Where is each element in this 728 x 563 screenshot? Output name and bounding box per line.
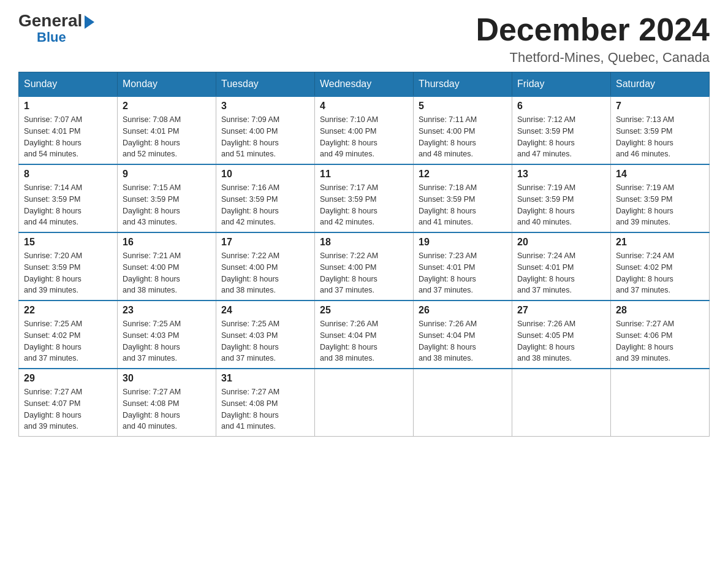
week-row-4: 22 Sunrise: 7:25 AM Sunset: 4:02 PM Dayl… [19, 301, 710, 369]
day-info: Sunrise: 7:13 AM Sunset: 3:59 PM Dayligh… [616, 114, 704, 160]
calendar-cell: 26 Sunrise: 7:26 AM Sunset: 4:04 PM Dayl… [414, 301, 512, 369]
page-header: General Blue December 2024 Thetford-Mine… [18, 12, 710, 66]
day-info: Sunrise: 7:22 AM Sunset: 4:00 PM Dayligh… [320, 250, 408, 296]
day-number: 26 [419, 305, 507, 316]
day-number: 28 [616, 305, 704, 316]
week-row-1: 1 Sunrise: 7:07 AM Sunset: 4:01 PM Dayli… [19, 96, 710, 164]
day-info: Sunrise: 7:22 AM Sunset: 4:00 PM Dayligh… [221, 250, 309, 296]
calendar-cell: 17 Sunrise: 7:22 AM Sunset: 4:00 PM Dayl… [216, 232, 315, 301]
day-number: 6 [517, 101, 605, 112]
day-info: Sunrise: 7:09 AM Sunset: 4:00 PM Dayligh… [221, 114, 309, 160]
title-section: December 2024 Thetford-Mines, Quebec, Ca… [476, 12, 710, 66]
calendar-cell [414, 369, 512, 437]
calendar-cell: 21 Sunrise: 7:24 AM Sunset: 4:02 PM Dayl… [611, 232, 710, 301]
day-info: Sunrise: 7:27 AM Sunset: 4:08 PM Dayligh… [221, 386, 309, 432]
calendar-cell [315, 369, 414, 437]
day-info: Sunrise: 7:26 AM Sunset: 4:04 PM Dayligh… [419, 318, 507, 364]
calendar-cell: 8 Sunrise: 7:14 AM Sunset: 3:59 PM Dayli… [19, 164, 118, 232]
calendar-cell: 19 Sunrise: 7:23 AM Sunset: 4:01 PM Dayl… [414, 232, 512, 301]
calendar-cell: 25 Sunrise: 7:26 AM Sunset: 4:04 PM Dayl… [315, 301, 414, 369]
day-info: Sunrise: 7:19 AM Sunset: 3:59 PM Dayligh… [616, 182, 704, 228]
day-info: Sunrise: 7:14 AM Sunset: 3:59 PM Dayligh… [24, 182, 112, 228]
day-number: 17 [221, 237, 309, 248]
day-number: 12 [419, 169, 507, 180]
day-number: 9 [123, 169, 211, 180]
calendar-cell [611, 369, 710, 437]
calendar-cell: 23 Sunrise: 7:25 AM Sunset: 4:03 PM Dayl… [118, 301, 216, 369]
column-header-tuesday: Tuesday [216, 72, 315, 97]
day-info: Sunrise: 7:23 AM Sunset: 4:01 PM Dayligh… [419, 250, 507, 296]
day-number: 8 [24, 169, 112, 180]
week-row-3: 15 Sunrise: 7:20 AM Sunset: 3:59 PM Dayl… [19, 232, 710, 301]
calendar-cell: 9 Sunrise: 7:15 AM Sunset: 3:59 PM Dayli… [118, 164, 216, 232]
column-header-sunday: Sunday [19, 72, 118, 97]
calendar-cell: 15 Sunrise: 7:20 AM Sunset: 3:59 PM Dayl… [19, 232, 118, 301]
day-number: 31 [221, 373, 309, 384]
calendar-cell: 7 Sunrise: 7:13 AM Sunset: 3:59 PM Dayli… [611, 96, 710, 164]
day-number: 16 [123, 237, 211, 248]
calendar-cell: 22 Sunrise: 7:25 AM Sunset: 4:02 PM Dayl… [19, 301, 118, 369]
day-info: Sunrise: 7:27 AM Sunset: 4:06 PM Dayligh… [616, 318, 704, 364]
day-info: Sunrise: 7:10 AM Sunset: 4:00 PM Dayligh… [320, 114, 408, 160]
day-number: 27 [517, 305, 605, 316]
calendar-cell: 30 Sunrise: 7:27 AM Sunset: 4:08 PM Dayl… [118, 369, 216, 437]
day-number: 20 [517, 237, 605, 248]
day-number: 18 [320, 237, 408, 248]
calendar-cell: 29 Sunrise: 7:27 AM Sunset: 4:07 PM Dayl… [19, 369, 118, 437]
week-row-5: 29 Sunrise: 7:27 AM Sunset: 4:07 PM Dayl… [19, 369, 710, 437]
calendar-cell: 12 Sunrise: 7:18 AM Sunset: 3:59 PM Dayl… [414, 164, 512, 232]
location-label: Thetford-Mines, Quebec, Canada [476, 50, 710, 66]
calendar-cell: 6 Sunrise: 7:12 AM Sunset: 3:59 PM Dayli… [512, 96, 611, 164]
day-info: Sunrise: 7:26 AM Sunset: 4:05 PM Dayligh… [517, 318, 605, 364]
day-info: Sunrise: 7:12 AM Sunset: 3:59 PM Dayligh… [517, 114, 605, 160]
day-number: 3 [221, 101, 309, 112]
day-info: Sunrise: 7:27 AM Sunset: 4:07 PM Dayligh… [24, 386, 112, 432]
day-number: 21 [616, 237, 704, 248]
day-info: Sunrise: 7:25 AM Sunset: 4:03 PM Dayligh… [221, 318, 309, 364]
calendar-cell: 27 Sunrise: 7:26 AM Sunset: 4:05 PM Dayl… [512, 301, 611, 369]
column-header-wednesday: Wednesday [315, 72, 414, 97]
day-info: Sunrise: 7:26 AM Sunset: 4:04 PM Dayligh… [320, 318, 408, 364]
calendar-table: SundayMondayTuesdayWednesdayThursdayFrid… [18, 72, 710, 437]
day-number: 24 [221, 305, 309, 316]
day-number: 7 [616, 101, 704, 112]
week-row-2: 8 Sunrise: 7:14 AM Sunset: 3:59 PM Dayli… [19, 164, 710, 232]
calendar-cell: 11 Sunrise: 7:17 AM Sunset: 3:59 PM Dayl… [315, 164, 414, 232]
calendar-cell: 2 Sunrise: 7:08 AM Sunset: 4:01 PM Dayli… [118, 96, 216, 164]
logo-general: General [18, 12, 94, 29]
calendar-cell [512, 369, 611, 437]
day-number: 2 [123, 101, 211, 112]
day-number: 23 [123, 305, 211, 316]
day-number: 29 [24, 373, 112, 384]
calendar-header-row: SundayMondayTuesdayWednesdayThursdayFrid… [19, 72, 710, 97]
day-info: Sunrise: 7:25 AM Sunset: 4:02 PM Dayligh… [24, 318, 112, 364]
calendar-cell: 28 Sunrise: 7:27 AM Sunset: 4:06 PM Dayl… [611, 301, 710, 369]
day-info: Sunrise: 7:27 AM Sunset: 4:08 PM Dayligh… [123, 386, 211, 432]
day-info: Sunrise: 7:19 AM Sunset: 3:59 PM Dayligh… [517, 182, 605, 228]
day-number: 11 [320, 169, 408, 180]
day-info: Sunrise: 7:16 AM Sunset: 3:59 PM Dayligh… [221, 182, 309, 228]
calendar-cell: 3 Sunrise: 7:09 AM Sunset: 4:00 PM Dayli… [216, 96, 315, 164]
calendar-cell: 13 Sunrise: 7:19 AM Sunset: 3:59 PM Dayl… [512, 164, 611, 232]
day-number: 19 [419, 237, 507, 248]
day-info: Sunrise: 7:24 AM Sunset: 4:01 PM Dayligh… [517, 250, 605, 296]
calendar-cell: 1 Sunrise: 7:07 AM Sunset: 4:01 PM Dayli… [19, 96, 118, 164]
day-info: Sunrise: 7:25 AM Sunset: 4:03 PM Dayligh… [123, 318, 211, 364]
day-info: Sunrise: 7:21 AM Sunset: 4:00 PM Dayligh… [123, 250, 211, 296]
calendar-cell: 4 Sunrise: 7:10 AM Sunset: 4:00 PM Dayli… [315, 96, 414, 164]
column-header-saturday: Saturday [611, 72, 710, 97]
calendar-cell: 10 Sunrise: 7:16 AM Sunset: 3:59 PM Dayl… [216, 164, 315, 232]
calendar-cell: 31 Sunrise: 7:27 AM Sunset: 4:08 PM Dayl… [216, 369, 315, 437]
column-header-monday: Monday [118, 72, 216, 97]
column-header-thursday: Thursday [414, 72, 512, 97]
calendar-cell: 20 Sunrise: 7:24 AM Sunset: 4:01 PM Dayl… [512, 232, 611, 301]
calendar-cell: 24 Sunrise: 7:25 AM Sunset: 4:03 PM Dayl… [216, 301, 315, 369]
day-number: 22 [24, 305, 112, 316]
day-number: 1 [24, 101, 112, 112]
calendar-cell: 16 Sunrise: 7:21 AM Sunset: 4:00 PM Dayl… [118, 232, 216, 301]
logo: General Blue [18, 12, 94, 45]
day-info: Sunrise: 7:11 AM Sunset: 4:00 PM Dayligh… [419, 114, 507, 160]
day-info: Sunrise: 7:18 AM Sunset: 3:59 PM Dayligh… [419, 182, 507, 228]
logo-blue-text: Blue [37, 29, 66, 45]
day-number: 30 [123, 373, 211, 384]
